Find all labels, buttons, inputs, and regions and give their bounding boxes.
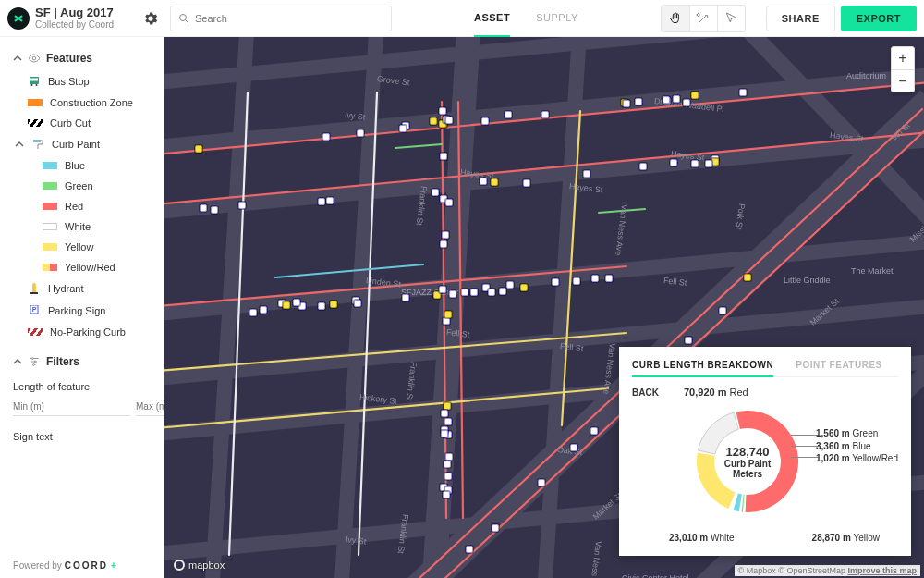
- map-marker: [670, 159, 677, 166]
- map-marker: [744, 274, 751, 281]
- parking-sign-icon: P: [28, 304, 41, 317]
- map-marker: [480, 178, 487, 185]
- map-marker: [439, 286, 446, 293]
- map-marker: [442, 231, 449, 239]
- eye-icon: [28, 52, 41, 65]
- poi-label: Auditorium: [846, 71, 886, 80]
- map-marker: [318, 302, 325, 310]
- mapbox-logo: mapbox: [174, 560, 225, 571]
- search-field[interactable]: [170, 6, 392, 31]
- feature-bus-stop[interactable]: Bus Stop: [0, 70, 164, 92]
- filter-min-input[interactable]: [13, 398, 130, 416]
- paint-white[interactable]: White: [0, 216, 164, 237]
- feature-label: Yellow: [65, 241, 93, 252]
- hydrant-icon: [28, 282, 41, 295]
- map-canvas[interactable]: Ivy StGrove StHayes StHayes StHayes StHa…: [164, 37, 924, 578]
- feature-label: Construction Zone: [50, 97, 133, 108]
- powered-by: Powered by COORD +: [13, 560, 116, 571]
- filter-length-label: Length of feature: [0, 374, 164, 394]
- map-marker: [523, 179, 530, 187]
- swatch-no-parking: [28, 328, 43, 336]
- map-marker: [520, 284, 528, 291]
- attrib-mapbox: © Mapbox: [738, 566, 776, 575]
- paint-green[interactable]: Green: [0, 176, 164, 196]
- map-marker: [705, 160, 712, 167]
- improve-map-link[interactable]: Improve this map: [847, 566, 917, 575]
- features-label: Features: [46, 52, 92, 65]
- map-marker: [623, 100, 630, 107]
- map-marker: [541, 111, 549, 118]
- paint-blue[interactable]: Blue: [0, 155, 164, 176]
- paint-red[interactable]: Red: [0, 196, 164, 216]
- attrib-osm: © OpenStreetMap: [778, 566, 845, 575]
- map-tool-group: [661, 5, 746, 32]
- feature-label: Yellow/Red: [65, 262, 116, 273]
- filter-sign-label: Sign text: [0, 416, 164, 444]
- panel-back-button[interactable]: BACK: [632, 387, 684, 398]
- svg-point-16: [34, 361, 36, 363]
- map-marker: [441, 430, 448, 437]
- gear-icon[interactable]: [142, 10, 159, 27]
- features-section-head[interactable]: Features: [0, 46, 164, 70]
- feature-curb-paint[interactable]: Curb Paint: [0, 133, 164, 155]
- panel-tab-point-features[interactable]: POINT FEATURES: [796, 356, 881, 376]
- feature-parking-sign[interactable]: P Parking Sign: [0, 300, 164, 322]
- map-marker: [443, 491, 450, 498]
- map-marker: [591, 275, 599, 282]
- map-marker: [466, 546, 473, 553]
- feature-no-parking-curb[interactable]: No-Parking Curb: [0, 322, 164, 342]
- feature-construction-zone[interactable]: Construction Zone: [0, 92, 164, 113]
- mapbox-icon: [174, 560, 185, 571]
- tool-wand[interactable]: [689, 6, 717, 31]
- tool-cursor[interactable]: [717, 6, 745, 31]
- search-input[interactable]: [195, 13, 383, 24]
- map-marker: [249, 309, 257, 316]
- breakdown-panel: CURB LENGTH BREAKDOWN POINT FEATURES BAC…: [619, 347, 911, 556]
- zoom-in-button[interactable]: +: [892, 47, 914, 69]
- paint-yellow-red[interactable]: Yellow/Red: [0, 257, 164, 277]
- hand-icon: [668, 11, 683, 26]
- share-button[interactable]: SHARE: [766, 6, 835, 31]
- filters-section-head[interactable]: Filters: [0, 350, 164, 374]
- powered-brand: COORD: [65, 560, 108, 571]
- paint-yellow[interactable]: Yellow: [0, 237, 164, 257]
- wand-icon: [696, 11, 711, 26]
- map-marker: [357, 129, 364, 137]
- zoom-control: + −: [891, 46, 915, 92]
- map-marker: [505, 111, 512, 118]
- map-marker: [691, 92, 699, 99]
- swatch-white: [43, 223, 57, 230]
- svg-text:P: P: [32, 306, 37, 313]
- donut-center: 128,740 Curb Paint Meters: [687, 401, 808, 522]
- map-marker: [200, 204, 207, 212]
- panel-tabs: CURB LENGTH BREAKDOWN POINT FEATURES: [632, 356, 898, 377]
- svg-line-1: [186, 19, 188, 22]
- svg-rect-4: [30, 79, 38, 81]
- map-marker: [590, 427, 598, 435]
- donut-center-value: 128,740: [726, 445, 770, 459]
- tool-pan[interactable]: [662, 6, 689, 31]
- feature-hydrant[interactable]: Hydrant: [0, 277, 164, 300]
- legend-bottom: 23,010 m White 28,870 m Yellow: [632, 531, 898, 543]
- svg-point-17: [33, 364, 35, 366]
- map-marker: [461, 289, 468, 296]
- swatch-striped: [28, 119, 43, 127]
- tab-asset[interactable]: ASSET: [474, 0, 510, 37]
- svg-point-9: [32, 283, 36, 287]
- map-marker: [691, 160, 699, 167]
- feature-label: White: [65, 221, 91, 232]
- plus-icon: +: [111, 560, 116, 571]
- dataset-title-block: SF | Aug 2017 Collected by Coord: [35, 6, 137, 30]
- zoom-out-button[interactable]: −: [892, 69, 914, 92]
- map-marker: [430, 117, 437, 125]
- export-button[interactable]: EXPORT: [841, 6, 917, 31]
- feature-curb-cut[interactable]: Curb Cut: [0, 113, 164, 133]
- panel-tab-curb-length[interactable]: CURB LENGTH BREAKDOWN: [632, 356, 773, 377]
- map-marker: [663, 96, 670, 104]
- app-logo: [7, 7, 30, 30]
- cursor-icon: [723, 11, 738, 26]
- map-marker: [211, 206, 218, 214]
- swatch-yellow-red: [43, 264, 57, 271]
- tab-supply[interactable]: SUPPLY: [536, 0, 578, 37]
- map-marker: [481, 117, 489, 125]
